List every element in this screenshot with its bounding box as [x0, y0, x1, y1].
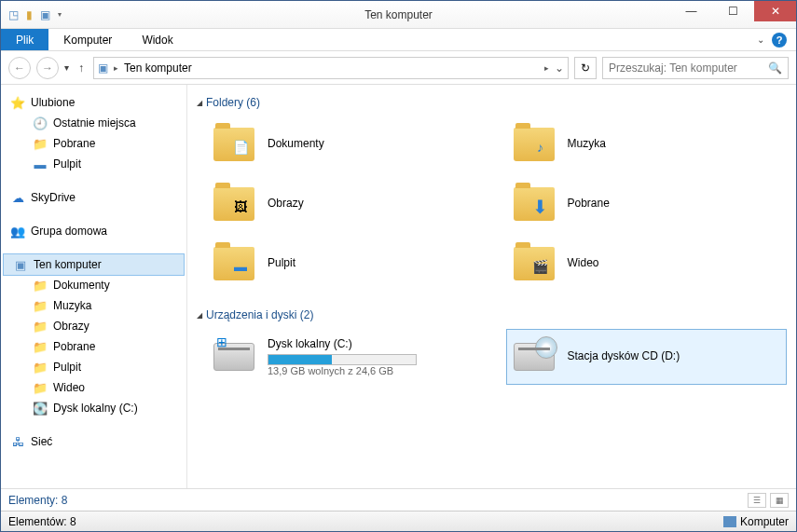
sidebar-item-desktop[interactable]: ▬Pulpit	[1, 154, 186, 174]
network-icon: 🖧	[10, 434, 25, 449]
folder-videos[interactable]: 🎬Wideo	[506, 236, 788, 292]
folder-icon: 📁	[33, 380, 48, 395]
address-chevron-icon[interactable]: ▸	[544, 63, 549, 73]
sidebar-this-pc[interactable]: ▣Ten komputer	[3, 253, 185, 276]
star-icon: ⭐	[10, 95, 25, 110]
body: ⭐Ulubione 🕘Ostatnie miejsca 📁Pobrane ▬Pu…	[1, 85, 796, 488]
cloud-icon: ☁	[10, 190, 25, 205]
address-chevron-icon[interactable]: ▸	[114, 63, 118, 73]
search-box[interactable]: 🔍	[602, 57, 789, 79]
forward-button[interactable]: →	[36, 57, 59, 79]
app-icon: ▣	[40, 8, 50, 21]
address-bar[interactable]: ▣ ▸ Ten komputer ▸ ⌄	[93, 57, 569, 79]
icons-view-button[interactable]: ▦	[770, 493, 789, 508]
tab-view[interactable]: Widok	[127, 29, 187, 50]
window-controls: — ☐ ✕	[670, 1, 796, 21]
pc-icon: ▣	[13, 257, 28, 272]
location-label: Komputer	[740, 515, 789, 528]
tab-file[interactable]: Plik	[1, 29, 48, 50]
navigation-pane: ⭐Ulubione 🕘Ostatnie miejsca 📁Pobrane ▬Pu…	[1, 85, 187, 488]
sidebar-item-local-disk[interactable]: 💽Dysk lokalny (C:)	[1, 398, 186, 418]
item-count: Elementy: 8	[8, 494, 67, 507]
folder-icon: 📁	[33, 360, 48, 375]
properties-icon[interactable]: ◳	[8, 8, 19, 21]
ribbon-right: ⌄ ?	[757, 29, 796, 50]
bottom-bar: Elementów: 8 Komputer	[1, 511, 796, 531]
folder-pictures[interactable]: 🖼Obrazy	[206, 176, 488, 232]
maximize-button[interactable]: ☐	[712, 1, 754, 21]
folder-icon: 📁	[33, 319, 48, 334]
download-arrow-icon: ⬇	[530, 197, 551, 217]
sidebar-favorites[interactable]: ⭐Ulubione	[1, 92, 186, 113]
history-dropdown-icon[interactable]: ▾	[64, 62, 69, 73]
usage-bar	[268, 354, 417, 365]
details-view-button[interactable]: ☰	[748, 493, 766, 508]
sidebar-item-downloads[interactable]: 📁Pobrane	[1, 336, 186, 357]
titlebar: ◳ ▮ ▣ ▾ Ten komputer — ☐ ✕	[1, 1, 796, 29]
drive-cd-d[interactable]: Stacja dysków CD (D:)	[506, 329, 788, 385]
content-pane: ◢ Foldery (6) 📄Dokumenty ♪Muzyka 🖼Obrazy…	[187, 85, 796, 488]
status-bar: Elementy: 8 ☰ ▦	[1, 488, 796, 511]
sidebar-item-downloads[interactable]: 📁Pobrane	[1, 133, 186, 154]
sidebar-item-documents[interactable]: 📁Dokumenty	[1, 275, 186, 295]
folder-icon: 📁	[33, 278, 48, 293]
sidebar-item-pictures[interactable]: 📁Obrazy	[1, 316, 186, 336]
quick-access-toolbar: ◳ ▮ ▣ ▾	[1, 8, 69, 21]
ribbon-tabs: Plik Komputer Widok ⌄ ?	[1, 29, 796, 51]
video-icon: 🎬	[530, 256, 551, 277]
document-icon: 📄	[230, 137, 251, 157]
navigation-bar: ← → ▾ ↑ ▣ ▸ Ten komputer ▸ ⌄ ↻ 🔍	[1, 51, 796, 85]
new-folder-icon[interactable]: ▮	[26, 8, 33, 21]
folder-icon: 📁	[33, 298, 48, 313]
collapse-icon: ◢	[197, 311, 202, 320]
drives-grid: ⊞ Dysk lokalny (C:) 13,9 GB wolnych z 24…	[197, 329, 787, 385]
section-drives[interactable]: ◢ Urządzenia i dyski (2)	[197, 308, 787, 321]
sidebar-item-recent[interactable]: 🕘Ostatnie miejsca	[1, 113, 186, 133]
explorer-window: ◳ ▮ ▣ ▾ Ten komputer — ☐ ✕ Plik Komputer…	[0, 0, 797, 532]
sidebar-item-videos[interactable]: 📁Wideo	[1, 377, 186, 398]
address-dropdown-icon[interactable]: ⌄	[555, 61, 564, 75]
windows-icon: ⊞	[216, 334, 227, 349]
sidebar-skydrive[interactable]: ☁SkyDrive	[1, 187, 186, 208]
tab-computer[interactable]: Komputer	[48, 29, 127, 50]
folder-desktop[interactable]: ▬Pulpit	[206, 236, 488, 292]
collapse-icon: ◢	[197, 99, 202, 107]
folder-music[interactable]: ♪Muzyka	[506, 116, 788, 172]
qat-dropdown-icon[interactable]: ▾	[58, 10, 62, 19]
element-count: Elementów: 8	[8, 515, 76, 528]
help-icon[interactable]: ?	[772, 33, 787, 48]
music-icon: ♪	[530, 137, 551, 157]
picture-icon: 🖼	[230, 197, 251, 217]
homegroup-icon: 👥	[10, 224, 25, 239]
folder-icon: 📁	[33, 339, 48, 354]
drive-local-c[interactable]: ⊞ Dysk lokalny (C:) 13,9 GB wolnych z 24…	[206, 329, 488, 385]
search-icon[interactable]: 🔍	[768, 61, 782, 75]
sidebar-item-music[interactable]: 📁Muzyka	[1, 295, 186, 316]
folder-downloads[interactable]: ⬇Pobrane	[506, 176, 788, 232]
up-button[interactable]: ↑	[75, 61, 88, 75]
breadcrumb[interactable]: Ten komputer	[124, 61, 539, 75]
refresh-button[interactable]: ↻	[574, 57, 597, 79]
pc-icon: ▣	[98, 61, 108, 75]
sidebar-homegroup[interactable]: 👥Grupa domowa	[1, 221, 186, 241]
ribbon-expand-icon[interactable]: ⌄	[757, 34, 764, 45]
sidebar-network[interactable]: 🖧Sieć	[1, 431, 186, 452]
section-folders[interactable]: ◢ Foldery (6)	[197, 96, 787, 109]
window-title: Ten komputer	[364, 8, 433, 21]
recent-icon: 🕘	[33, 116, 48, 130]
cd-icon	[535, 336, 557, 359]
folder-documents[interactable]: 📄Dokumenty	[206, 116, 488, 172]
close-button[interactable]: ✕	[754, 1, 796, 21]
pc-icon	[723, 516, 736, 527]
sidebar-item-desktop[interactable]: 📁Pulpit	[1, 357, 186, 377]
minimize-button[interactable]: —	[670, 1, 712, 21]
search-input[interactable]	[609, 61, 768, 75]
desktop-icon: ▬	[33, 157, 48, 171]
folders-grid: 📄Dokumenty ♪Muzyka 🖼Obrazy ⬇Pobrane ▬Pul…	[197, 116, 787, 292]
download-icon: 📁	[33, 136, 48, 151]
desktop-icon: ▬	[230, 256, 251, 277]
drive-icon: 💽	[33, 401, 48, 416]
back-button[interactable]: ←	[8, 57, 31, 79]
